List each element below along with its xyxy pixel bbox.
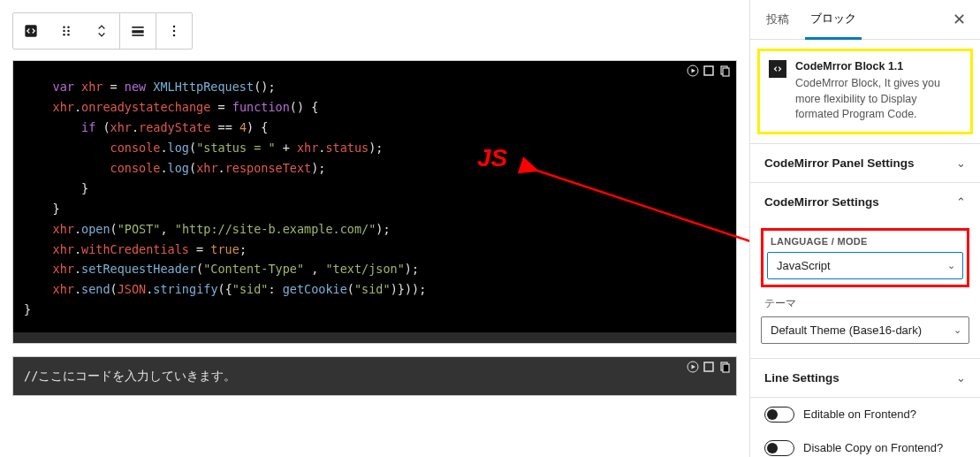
- close-icon[interactable]: ✕: [949, 6, 969, 33]
- chevron-down-icon: ⌄: [956, 156, 966, 170]
- svg-rect-20: [723, 364, 729, 372]
- svg-rect-8: [132, 30, 143, 33]
- fullscreen-icon[interactable]: [703, 361, 715, 373]
- svg-rect-18: [704, 362, 713, 371]
- chevron-down-icon: ⌄: [947, 260, 955, 271]
- svg-point-2: [67, 27, 70, 28]
- svg-point-4: [67, 30, 70, 33]
- chevron-down-icon: ⌄: [956, 371, 966, 385]
- editor-canvas: var xhr = new XMLHttpRequest(); xhr.onre…: [0, 0, 749, 457]
- panel-cm-settings[interactable]: CodeMirror Settings ⌃: [750, 182, 980, 221]
- code-block-header: [687, 361, 731, 373]
- svg-point-6: [67, 34, 70, 36]
- code-placeholder[interactable]: //ここにコードを入力していきます。: [13, 357, 736, 395]
- play-icon[interactable]: [687, 65, 699, 77]
- toggle-editable-row: Editable on Frontend?: [750, 398, 980, 431]
- svg-rect-16: [723, 68, 729, 76]
- align-button[interactable]: [120, 13, 156, 49]
- language-mode-label: LANGUAGE / MODE: [767, 236, 963, 247]
- theme-label: テーマ: [764, 296, 969, 311]
- more-options-button[interactable]: [156, 13, 192, 49]
- code-block-2[interactable]: //ここにコードを入力していきます。: [12, 356, 737, 396]
- cm-settings-content: LANGUAGE / MODE JavaScript ⌄ テーマ Default…: [750, 221, 980, 358]
- horizontal-scrollbar[interactable]: [13, 332, 736, 343]
- tab-block[interactable]: ブロック: [805, 0, 862, 40]
- settings-sidebar: 投稿 ブロック ✕ CodeMrror Block 1.1 CodeMrror …: [749, 0, 980, 457]
- fullscreen-icon[interactable]: [703, 65, 715, 77]
- svg-point-11: [173, 30, 176, 33]
- copy-icon[interactable]: [718, 65, 731, 77]
- toggle-disable-copy-row: Disable Copy on Frontend?: [750, 431, 980, 458]
- block-type-button[interactable]: [13, 13, 49, 49]
- block-description: CodeMrror Block, It gives you more flexi…: [795, 76, 961, 123]
- copy-icon[interactable]: [718, 361, 731, 373]
- play-icon[interactable]: [687, 361, 699, 373]
- panel-line-settings[interactable]: Line Settings ⌄: [750, 358, 980, 397]
- chevron-up-icon: ⌃: [956, 195, 966, 209]
- svg-point-12: [173, 34, 176, 37]
- svg-point-1: [63, 27, 65, 28]
- svg-rect-7: [132, 27, 143, 28]
- move-up-down-button[interactable]: [84, 13, 119, 49]
- svg-point-3: [63, 30, 65, 33]
- svg-rect-9: [132, 34, 143, 36]
- tab-post[interactable]: 投稿: [761, 1, 794, 38]
- sidebar-tabs: 投稿 ブロック ✕: [750, 0, 980, 40]
- toggle-disable-copy[interactable]: [764, 440, 794, 456]
- drag-handle-button[interactable]: [49, 13, 84, 49]
- toggle-editable[interactable]: [764, 407, 794, 423]
- svg-point-10: [173, 26, 176, 28]
- language-mode-select[interactable]: JavaScript ⌄: [767, 252, 963, 279]
- svg-point-5: [63, 34, 65, 36]
- code-block-1[interactable]: var xhr = new XMLHttpRequest(); xhr.onre…: [12, 60, 737, 344]
- language-mode-highlight: LANGUAGE / MODE JavaScript ⌄: [761, 228, 969, 287]
- svg-rect-14: [704, 66, 713, 75]
- code-content[interactable]: var xhr = new XMLHttpRequest(); xhr.onre…: [13, 61, 736, 331]
- block-icon: [769, 60, 786, 78]
- block-toolbar: [12, 12, 193, 50]
- theme-select[interactable]: Default Theme (Base16-dark) ⌄: [761, 316, 969, 344]
- chevron-down-icon: ⌄: [953, 324, 961, 336]
- code-block-header: [687, 65, 731, 77]
- panel-cm-panel-settings[interactable]: CodeMirror Panel Settings ⌄: [750, 143, 980, 182]
- block-info-card: CodeMrror Block 1.1 CodeMrror Block, It …: [757, 49, 973, 134]
- block-title: CodeMrror Block 1.1: [795, 60, 961, 72]
- js-annotation-label: JS: [477, 144, 507, 172]
